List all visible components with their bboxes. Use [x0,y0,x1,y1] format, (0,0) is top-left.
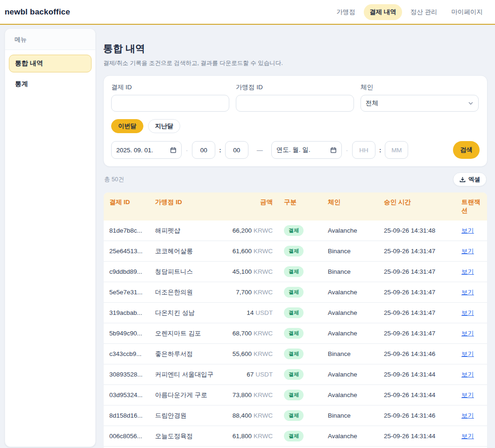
sidebar: 메뉴 통합 내역 통계 [5,28,96,447]
last-month-button[interactable]: 지난달 [148,119,180,133]
chain-cell: Avalanche [318,303,375,323]
action-cell: 보기 [456,323,488,344]
total-count: 총 50건 [104,176,124,184]
top-bar: newbl backoffice 가맹점 결제 내역 정산 관리 마이페이지 [0,0,495,25]
status-badge: 결제 [284,287,304,298]
nav-item-settlement[interactable]: 정산 관리 [405,4,443,20]
payment-id-input[interactable] [111,95,229,112]
view-transaction-link[interactable]: 보기 [461,330,474,337]
merchant-cell: 코코헤어살롱 [155,241,224,262]
status-badge: 결제 [284,246,304,256]
sidebar-item-statistics[interactable]: 통계 [9,75,92,93]
payment_id-cell: 1a0184f6... [104,447,155,448]
main-content: 통합 내역 결제/취소 기록을 조건으로 검색하고, 결과를 다운로드할 수 있… [103,28,488,447]
download-icon [460,177,466,183]
merchant-id-field: 가맹점 ID [236,83,354,112]
type-cell: 결제 [274,405,318,426]
date-to-input[interactable]: 연도. 월. 일. [271,141,342,159]
sidebar-item-unified-history[interactable]: 통합 내역 [9,55,92,72]
amount-value: 7,700 [236,289,252,296]
table-body: 81de7b8c...해피펫샵66,200KRWC결제Avalanche25-0… [104,220,488,448]
approved_at-cell: 25-09-26 14:31:48 [375,220,456,241]
view-transaction-link[interactable]: 보기 [461,268,474,275]
from-hour-input[interactable]: 00 [192,141,215,159]
from-minute-input[interactable]: 00 [225,141,248,159]
payment_id-cell: c9ddbd89... [104,262,155,282]
action-cell: 보기 [456,282,488,303]
view-transaction-link[interactable]: 보기 [461,350,474,357]
chain-cell: Avalanche [318,323,375,344]
column-header-approved_at: 승인 시간 [375,192,456,220]
merchant-cell: 해피엔드사진관 [155,447,224,448]
nav-item-mypage[interactable]: 마이페이지 [446,4,489,20]
type-cell: 결제 [274,323,318,344]
to-hour-input[interactable]: HH [352,141,375,159]
type-cell: 결제 [274,262,318,282]
table-row: 03d95324...아름다운가게 구로73,800KRWC결제Avalanch… [104,385,488,405]
excel-download-button[interactable]: 엑셀 [453,172,487,186]
approved_at-cell: 25-09-26 14:31:44 [375,385,456,405]
currency-label: KRWC [254,289,273,296]
payment_id-cell: 006c8056... [104,426,155,447]
view-transaction-link[interactable]: 보기 [461,309,474,316]
view-transaction-link[interactable]: 보기 [461,433,474,440]
status-badge: 결제 [284,431,304,441]
action-cell: 보기 [456,241,488,262]
table-row: 006c8056...오늘도정육점61,800KRWC결제Avalanche25… [104,426,488,447]
chain-field: 체인 전체 [361,83,479,112]
approved_at-cell: 25-09-26 14:31:44 [375,364,456,385]
action-cell: 보기 [456,385,488,405]
date-from-value: 2025. 09. 01. [116,147,153,154]
amount-value: 68,700 [233,330,252,337]
brand-logo: newbl backoffice [5,7,70,17]
chain-select-value: 전체 [366,99,378,107]
table-row: 1a0184f6...해피엔드사진관74USDT결제Avalanche25-09… [104,447,488,448]
chain-select[interactable]: 전체 [361,95,479,112]
view-transaction-link[interactable]: 보기 [461,227,474,234]
chain-cell: Avalanche [318,282,375,303]
top-nav: 가맹점 결제 내역 정산 관리 마이페이지 [331,4,488,20]
amount-value: 67 [247,371,254,378]
currency-label: KRWC [254,268,273,275]
calendar-icon [170,147,177,153]
payment_id-cell: 81de7b8c... [104,220,155,241]
view-transaction-link[interactable]: 보기 [461,371,474,378]
chain-cell: Binance [318,262,375,282]
payments-table: 결제 ID가맹점 ID금액구분체인승인 시간트랜잭션 81de7b8c...해피… [104,192,488,448]
merchant-cell: 좋은하루서점 [155,344,224,364]
search-button[interactable]: 검색 [453,141,480,159]
payment-id-label: 결제 ID [111,83,229,92]
to-minute-input[interactable]: MM [385,141,408,159]
type-cell: 결제 [274,426,318,447]
merchant-cell: 다온치킨 성남 [155,303,224,323]
chain-cell: Binance [318,405,375,426]
date-from-input[interactable]: 2025. 09. 01. [111,141,182,159]
separator-dash: — [257,147,263,154]
merchant-cell: 오늘도정육점 [155,426,224,447]
table-row: c9ddbd89...청담피트니스45,100KRWC결제Binance25-0… [104,262,488,282]
nav-item-payments[interactable]: 결제 내역 [364,4,402,20]
merchant-id-input[interactable] [236,95,354,112]
merchant-cell: 커피엔티 서울대입구 [155,364,224,385]
status-badge: 결제 [284,225,304,236]
view-transaction-link[interactable]: 보기 [461,391,474,398]
amount-cell: 55,600KRWC [224,344,274,364]
amount-cell: 45,100KRWC [224,262,274,282]
merchant-cell: 아름다운가게 구로 [155,385,224,405]
view-transaction-link[interactable]: 보기 [461,412,474,419]
this-month-button[interactable]: 이번달 [111,119,143,133]
action-cell: 보기 [456,364,488,385]
filter-card: 결제 ID 가맹점 ID 체인 전체 이번달 지난달 [103,75,488,167]
amount-value: 61,800 [233,433,252,440]
sidebar-menu-title: 메뉴 [5,29,95,50]
table-row: 5b949c90...오렌지마트 김포68,700KRWC결제Avalanche… [104,323,488,344]
currency-label: KRWC [254,350,273,357]
currency-label: KRWC [254,391,273,398]
view-transaction-link[interactable]: 보기 [461,289,474,296]
view-transaction-link[interactable]: 보기 [461,248,474,255]
separator-colon: : [219,147,221,154]
type-cell: 결제 [274,364,318,385]
nav-item-merchants[interactable]: 가맹점 [331,4,361,20]
chain-cell: Binance [318,344,375,364]
currency-label: KRWC [254,412,273,419]
